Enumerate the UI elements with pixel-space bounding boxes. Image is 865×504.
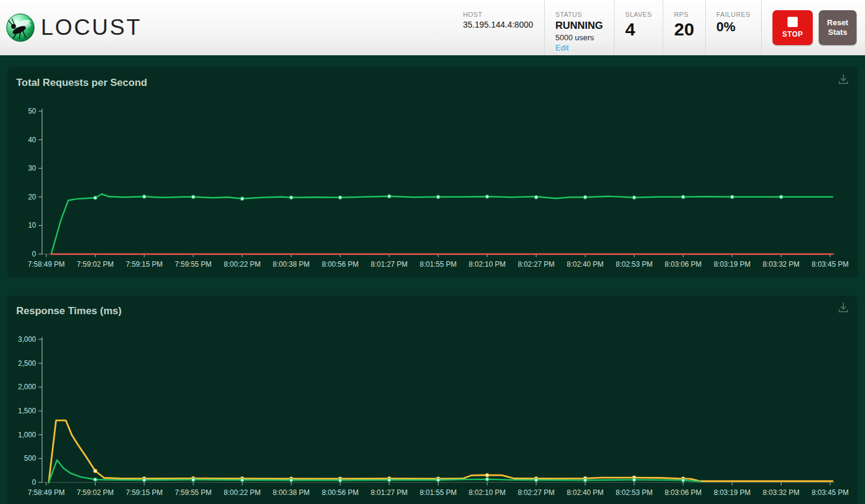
svg-text:8:03:19 PM: 8:03:19 PM — [714, 260, 750, 269]
svg-text:8:02:27 PM: 8:02:27 PM — [518, 488, 554, 497]
svg-text:0: 0 — [32, 478, 36, 487]
svg-text:7:59:55 PM: 7:59:55 PM — [175, 488, 211, 497]
status-users: 5000 users — [556, 33, 603, 42]
svg-text:7:58:49 PM: 7:58:49 PM — [28, 488, 64, 497]
svg-text:8:03:32 PM: 8:03:32 PM — [763, 488, 800, 497]
header-buttons: STOP Reset Stats — [761, 0, 857, 55]
svg-text:8:02:10 PM: 8:02:10 PM — [469, 488, 505, 497]
download-response-times-chart-button[interactable] — [837, 302, 849, 314]
svg-text:7:59:15 PM: 7:59:15 PM — [126, 260, 162, 269]
rps-chart-panel: 010203040507:58:49 PM7:59:02 PM7:59:15 P… — [7, 67, 858, 278]
stop-square-icon — [788, 17, 798, 27]
svg-text:7:59:15 PM: 7:59:15 PM — [126, 488, 162, 497]
svg-text:8:02:27 PM: 8:02:27 PM — [518, 260, 554, 269]
svg-text:500: 500 — [24, 454, 36, 463]
svg-text:2,000: 2,000 — [18, 383, 36, 391]
svg-text:8:02:53 PM: 8:02:53 PM — [616, 260, 652, 269]
logo: LOCUST — [6, 0, 142, 55]
download-rps-chart-button[interactable] — [837, 73, 849, 85]
logo-text: LOCUST — [41, 15, 142, 40]
locust-logo-icon — [6, 13, 35, 42]
svg-text:8:02:10 PM: 8:02:10 PM — [469, 260, 505, 269]
svg-text:50: 50 — [28, 107, 37, 115]
rps-stat: RPS 20 — [663, 0, 705, 55]
svg-text:8:01:27 PM: 8:01:27 PM — [371, 488, 407, 497]
stop-button[interactable]: STOP — [772, 10, 813, 45]
rps-label: RPS — [674, 11, 694, 18]
svg-text:7:59:02 PM: 7:59:02 PM — [77, 260, 114, 269]
svg-text:8:02:40 PM: 8:02:40 PM — [566, 488, 603, 497]
edit-link[interactable]: Edit — [556, 43, 603, 52]
download-icon — [837, 73, 849, 85]
svg-text:30: 30 — [28, 164, 37, 172]
download-icon — [837, 302, 849, 314]
svg-text:8:03:19 PM: 8:03:19 PM — [714, 488, 750, 497]
svg-text:40: 40 — [28, 136, 37, 144]
svg-text:8:00:38 PM: 8:00:38 PM — [273, 260, 309, 269]
slaves-stat: SLAVES 4 — [614, 0, 663, 55]
svg-text:8:03:06 PM: 8:03:06 PM — [665, 260, 702, 269]
svg-text:8:03:06 PM: 8:03:06 PM — [665, 488, 702, 497]
header-stats: HOST 35.195.144.4:8000 STATUS RUNNING 50… — [452, 0, 857, 55]
host-value: 35.195.144.4:8000 — [463, 20, 533, 29]
svg-text:8:03:45 PM: 8:03:45 PM — [812, 488, 848, 497]
status-value: RUNNING — [556, 20, 603, 32]
svg-text:8:02:40 PM: 8:02:40 PM — [566, 260, 603, 269]
failures-value: 0% — [717, 20, 750, 34]
svg-text:0: 0 — [32, 250, 36, 258]
status-label: STATUS — [556, 11, 603, 18]
svg-text:8:00:56 PM: 8:00:56 PM — [322, 260, 359, 269]
svg-text:8:03:45 PM: 8:03:45 PM — [812, 260, 848, 269]
host-stat: HOST 35.195.144.4:8000 — [452, 0, 544, 55]
svg-text:8:01:27 PM: 8:01:27 PM — [371, 260, 407, 269]
response-times-chart-title: Response Times (ms) — [16, 305, 121, 317]
response-times-chart: 05001,0001,5002,0002,5003,0007:58:49 PM7… — [7, 296, 858, 504]
svg-text:1,000: 1,000 — [18, 431, 36, 439]
charts-area: 010203040507:58:49 PM7:59:02 PM7:59:15 P… — [0, 55, 865, 504]
rps-value: 20 — [674, 20, 694, 38]
slaves-value: 4 — [625, 20, 652, 38]
svg-text:8:03:32 PM: 8:03:32 PM — [763, 260, 800, 269]
svg-text:10: 10 — [28, 221, 37, 229]
svg-text:8:02:53 PM: 8:02:53 PM — [616, 488, 652, 497]
failures-stat: FAILURES 0% — [705, 0, 761, 55]
svg-text:8:01:55 PM: 8:01:55 PM — [420, 260, 457, 269]
svg-text:7:59:55 PM: 7:59:55 PM — [175, 260, 211, 269]
stop-button-label: STOP — [782, 30, 803, 38]
failures-label: FAILURES — [717, 11, 750, 18]
svg-text:8:00:38 PM: 8:00:38 PM — [273, 488, 309, 497]
svg-text:8:00:22 PM: 8:00:22 PM — [224, 488, 261, 497]
svg-text:7:58:49 PM: 7:58:49 PM — [28, 260, 64, 269]
host-label: HOST — [463, 11, 533, 18]
header: LOCUST HOST 35.195.144.4:8000 STATUS RUN… — [0, 0, 865, 55]
rps-chart: 010203040507:58:49 PM7:59:02 PM7:59:15 P… — [7, 67, 858, 278]
slaves-label: SLAVES — [625, 11, 652, 18]
svg-text:8:00:22 PM: 8:00:22 PM — [224, 260, 261, 269]
svg-text:3,000: 3,000 — [18, 335, 36, 344]
svg-text:8:01:55 PM: 8:01:55 PM — [420, 488, 457, 497]
svg-text:7:59:02 PM: 7:59:02 PM — [77, 488, 114, 497]
response-times-chart-panel: 05001,0001,5002,0002,5003,0007:58:49 PM7… — [7, 296, 858, 504]
svg-text:2,500: 2,500 — [18, 359, 36, 368]
svg-text:1,500: 1,500 — [18, 407, 36, 415]
status-stat: STATUS RUNNING 5000 users Edit — [544, 0, 614, 55]
reset-stats-button[interactable]: Reset Stats — [819, 10, 857, 45]
svg-text:8:00:56 PM: 8:00:56 PM — [322, 488, 359, 497]
svg-text:20: 20 — [28, 193, 37, 201]
rps-chart-title: Total Requests per Second — [16, 77, 147, 89]
